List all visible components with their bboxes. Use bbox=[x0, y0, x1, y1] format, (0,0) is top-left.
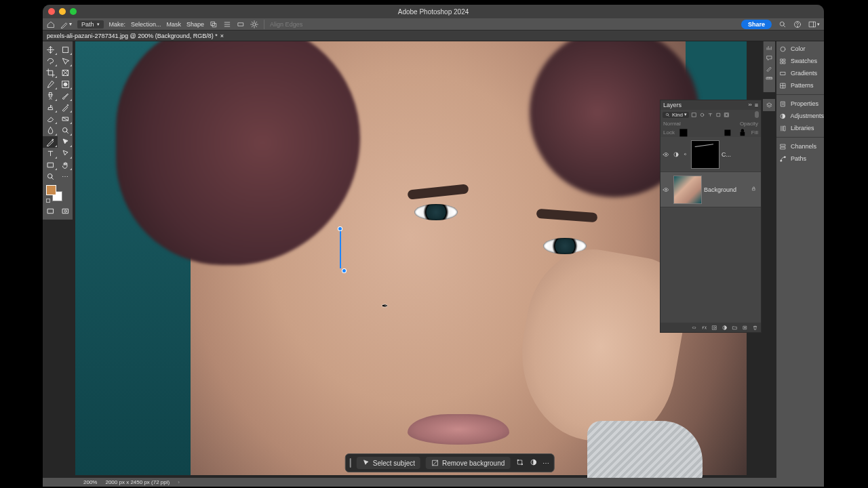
help-icon[interactable] bbox=[793, 20, 802, 28]
lock-position-icon[interactable] bbox=[707, 127, 719, 139]
layer-background[interactable]: Background bbox=[660, 172, 761, 207]
new-layer-icon[interactable] bbox=[742, 325, 748, 331]
minimize-window[interactable] bbox=[59, 8, 66, 15]
dock-swatches[interactable]: Swatches bbox=[776, 55, 824, 67]
make-shape-button[interactable]: Shape bbox=[186, 21, 204, 28]
select-subject-button[interactable]: Select subject bbox=[357, 457, 420, 469]
move-tool[interactable] bbox=[43, 44, 58, 56]
dock-channels[interactable]: Channels bbox=[776, 140, 824, 152]
more-tools[interactable]: ⋯ bbox=[58, 171, 73, 182]
dock-paths[interactable]: Paths bbox=[776, 152, 824, 165]
close-tab-icon[interactable]: × bbox=[220, 33, 224, 39]
hand-tool[interactable] bbox=[58, 159, 73, 171]
layers-panel[interactable]: Layers ››≡ Kind▾ Normal Opacity Lock bbox=[660, 100, 762, 333]
lock-icon[interactable] bbox=[751, 186, 757, 193]
screen-mode-standard[interactable] bbox=[43, 205, 58, 217]
dock-properties[interactable]: Properties bbox=[776, 98, 824, 110]
dock-adjustments[interactable]: Adjustments bbox=[776, 110, 824, 122]
brush-tool[interactable] bbox=[58, 90, 73, 102]
document-tab[interactable]: pexels-ali-pazani-2787341.jpg @ 200% (Ba… bbox=[47, 33, 218, 39]
visibility-icon[interactable] bbox=[663, 186, 669, 193]
fx-icon[interactable] bbox=[701, 325, 707, 331]
pen-anchor-point[interactable] bbox=[338, 227, 342, 230]
artboard-tool[interactable] bbox=[58, 44, 73, 56]
comments-icon[interactable] bbox=[766, 54, 773, 62]
layer-name[interactable]: C... bbox=[722, 151, 731, 158]
search-icon[interactable] bbox=[778, 20, 787, 28]
adjustment-new-icon[interactable] bbox=[722, 325, 728, 331]
crop-tool[interactable] bbox=[43, 67, 58, 79]
pen-tool[interactable] bbox=[43, 136, 58, 148]
filter-type-icon[interactable] bbox=[707, 112, 713, 118]
collapsed-panel-group[interactable] bbox=[763, 41, 775, 92]
link-mask-icon[interactable] bbox=[682, 151, 688, 157]
trash-icon[interactable] bbox=[752, 325, 758, 331]
foreground-background-swatches[interactable] bbox=[43, 185, 73, 201]
make-mask-button[interactable]: Mask bbox=[167, 21, 182, 28]
spot-heal-tool[interactable] bbox=[43, 90, 58, 102]
foreground-color[interactable] bbox=[46, 185, 56, 195]
close-window[interactable] bbox=[48, 8, 55, 15]
direct-select-tool[interactable] bbox=[58, 148, 73, 159]
lock-all-icon[interactable] bbox=[736, 127, 749, 139]
history-brush-tool[interactable] bbox=[58, 102, 73, 113]
object-select-tool[interactable] bbox=[58, 79, 73, 90]
lock-nested-icon[interactable] bbox=[722, 127, 734, 139]
lock-transparent-icon[interactable] bbox=[677, 127, 690, 139]
pen-tool-icon[interactable]: ▾ bbox=[60, 20, 72, 28]
gradient-tool[interactable] bbox=[58, 113, 73, 125]
make-selection-button[interactable]: Selection... bbox=[131, 21, 161, 28]
status-more-icon[interactable]: › bbox=[178, 479, 180, 485]
layer-curves[interactable]: C... bbox=[660, 137, 761, 172]
link-layers-icon[interactable] bbox=[691, 325, 697, 331]
dock-gradients[interactable]: Gradients bbox=[776, 67, 824, 79]
path-arrange-icon[interactable] bbox=[237, 20, 245, 28]
pen-path-segment[interactable] bbox=[340, 230, 341, 268]
collapsed-layers-icon[interactable] bbox=[763, 99, 775, 111]
eyedropper-tool[interactable] bbox=[43, 79, 58, 90]
filter-image-icon[interactable] bbox=[691, 112, 697, 118]
share-button[interactable]: Share bbox=[741, 20, 772, 29]
histogram-icon[interactable] bbox=[766, 44, 773, 52]
rectangle-tool[interactable] bbox=[43, 159, 58, 171]
type-tool[interactable] bbox=[43, 148, 58, 159]
brush-panel-icon[interactable] bbox=[766, 64, 773, 72]
zoom-tool[interactable] bbox=[43, 171, 58, 182]
lasso-tool[interactable] bbox=[43, 56, 58, 67]
layer-thumb[interactable] bbox=[673, 176, 702, 204]
path-align-icon[interactable] bbox=[223, 20, 231, 28]
quick-select-tool[interactable] bbox=[58, 56, 73, 67]
layer-mask-thumb[interactable] bbox=[691, 140, 719, 169]
clone-tool[interactable] bbox=[43, 102, 58, 113]
align-edges-checkbox[interactable]: Align Edges bbox=[270, 21, 302, 28]
dock-libraries[interactable]: Libraries bbox=[776, 122, 824, 134]
default-colors-icon[interactable] bbox=[46, 199, 50, 203]
dodge-tool[interactable] bbox=[58, 125, 73, 136]
dock-patterns[interactable]: Patterns bbox=[776, 79, 824, 92]
document-canvas[interactable]: ✒︎ bbox=[75, 41, 747, 475]
collapse-icon[interactable]: ›› bbox=[748, 102, 751, 108]
adjustment-icon[interactable] bbox=[529, 458, 537, 468]
transform-icon[interactable] bbox=[515, 458, 524, 468]
filter-smart-icon[interactable] bbox=[724, 112, 730, 118]
mask-icon[interactable] bbox=[711, 325, 717, 331]
ruler-icon[interactable] bbox=[766, 75, 773, 82]
lock-brush-icon[interactable] bbox=[692, 127, 705, 139]
path-mode-dropdown[interactable]: Path▾ bbox=[77, 20, 104, 28]
zoom-window[interactable] bbox=[70, 8, 77, 15]
workspace-icon[interactable]: ▾ bbox=[808, 20, 820, 28]
path-ops-icon[interactable] bbox=[210, 20, 218, 28]
layer-name[interactable]: Background bbox=[704, 186, 736, 193]
gear-icon[interactable] bbox=[250, 20, 258, 28]
dock-color[interactable]: Color bbox=[776, 43, 824, 55]
filter-toggle[interactable] bbox=[755, 111, 759, 118]
contextual-task-bar[interactable]: Select subject Remove background ⋯ bbox=[345, 453, 555, 472]
filter-kind-dropdown[interactable]: Kind▾ bbox=[663, 112, 689, 118]
blur-tool[interactable] bbox=[43, 125, 58, 136]
filter-shape-icon[interactable] bbox=[715, 112, 722, 118]
frame-tool[interactable] bbox=[58, 67, 73, 79]
eraser-tool[interactable] bbox=[43, 113, 58, 125]
more-icon[interactable]: ⋯ bbox=[542, 460, 549, 467]
home-icon[interactable] bbox=[47, 20, 55, 28]
fill-label[interactable]: Fill bbox=[751, 129, 758, 136]
